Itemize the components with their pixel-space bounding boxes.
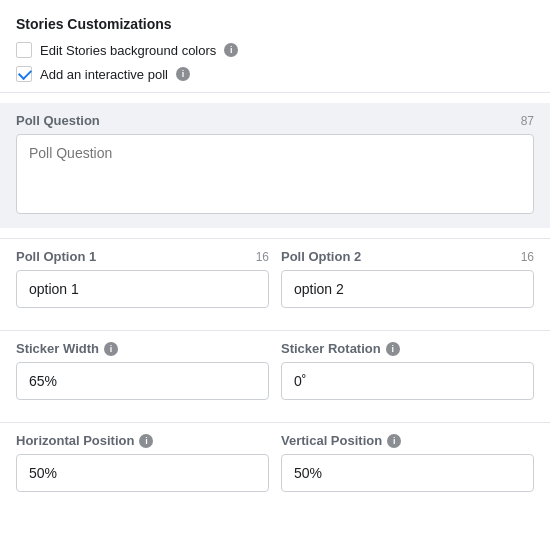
sticker-rotation-section: Sticker Rotation i <box>281 341 534 400</box>
sticker-width-label: Sticker Width i <box>16 341 118 356</box>
sticker-width-info-icon[interactable]: i <box>104 342 118 356</box>
edit-background-label: Edit Stories background colors <box>40 43 216 58</box>
interactive-poll-info-icon[interactable]: i <box>176 67 190 81</box>
poll-option2-section: Poll Option 2 16 <box>281 249 534 308</box>
sticker-row: Sticker Width i Sticker Rotation i <box>16 341 534 412</box>
horizontal-position-info-icon[interactable]: i <box>139 434 153 448</box>
horizontal-position-label: Horizontal Position i <box>16 433 153 448</box>
poll-option1-count: 16 <box>256 250 269 264</box>
poll-option1-label: Poll Option 1 <box>16 249 96 264</box>
sticker-rotation-label: Sticker Rotation i <box>281 341 400 356</box>
vertical-position-label: Vertical Position i <box>281 433 401 448</box>
vertical-position-info-icon[interactable]: i <box>387 434 401 448</box>
poll-question-section: Poll Question 87 <box>0 103 550 228</box>
poll-option1-input[interactable] <box>16 270 269 308</box>
page-container: Stories Customizations Edit Stories back… <box>16 16 534 504</box>
interactive-poll-label: Add an interactive poll <box>40 67 168 82</box>
interactive-poll-checkbox[interactable] <box>16 66 32 82</box>
sticker-width-section: Sticker Width i <box>16 341 269 400</box>
divider2 <box>0 238 550 239</box>
poll-option2-input[interactable] <box>281 270 534 308</box>
horizontal-position-section: Horizontal Position i <box>16 433 269 492</box>
horizontal-position-input[interactable] <box>16 454 269 492</box>
poll-option2-count: 16 <box>521 250 534 264</box>
section-title: Stories Customizations <box>16 16 534 32</box>
sticker-rotation-info-icon[interactable]: i <box>386 342 400 356</box>
edit-background-checkbox[interactable] <box>16 42 32 58</box>
poll-question-label: Poll Question <box>16 113 100 128</box>
vertical-position-input[interactable] <box>281 454 534 492</box>
divider3 <box>0 330 550 331</box>
poll-question-input[interactable] <box>16 134 534 214</box>
sticker-rotation-input[interactable] <box>281 362 534 400</box>
divider <box>0 92 550 93</box>
poll-options-row: Poll Option 1 16 Poll Option 2 16 <box>16 249 534 320</box>
divider4 <box>0 422 550 423</box>
poll-option1-section: Poll Option 1 16 <box>16 249 269 308</box>
position-row: Horizontal Position i Vertical Position … <box>16 433 534 504</box>
sticker-width-input[interactable] <box>16 362 269 400</box>
poll-question-count: 87 <box>521 114 534 128</box>
poll-option2-label: Poll Option 2 <box>281 249 361 264</box>
edit-background-info-icon[interactable]: i <box>224 43 238 57</box>
vertical-position-section: Vertical Position i <box>281 433 534 492</box>
